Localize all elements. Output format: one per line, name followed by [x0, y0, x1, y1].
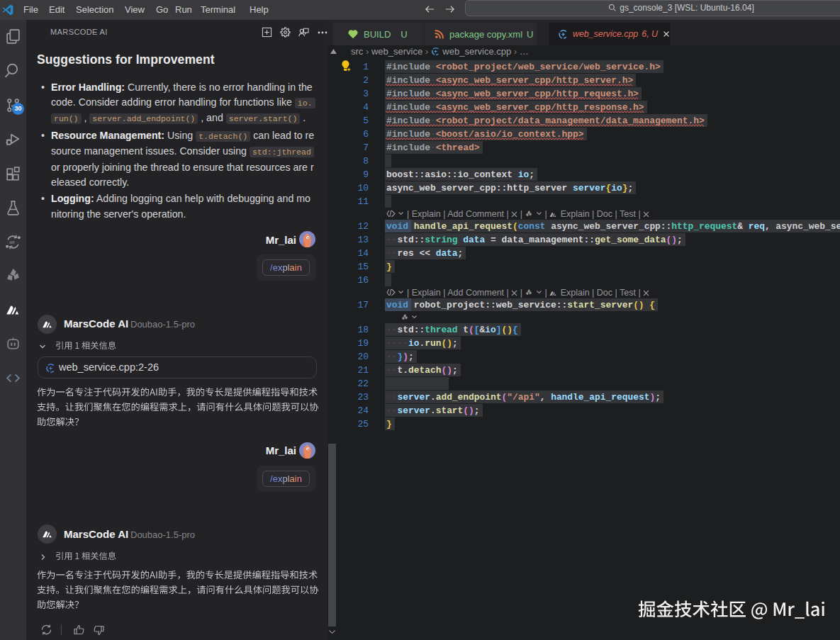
svg-text:diff: diff: [9, 240, 14, 244]
